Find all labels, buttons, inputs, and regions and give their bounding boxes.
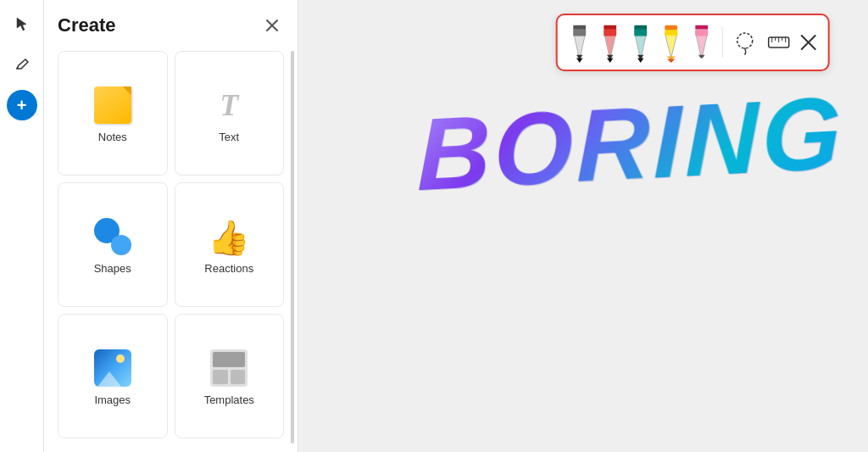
text-label: Text [219,131,239,143]
svg-rect-7 [604,28,616,36]
create-item-reactions[interactable]: 👍 Reactions [175,182,285,307]
canvas-area[interactable]: BORING [298,0,868,452]
reactions-icon: 👍 [208,219,250,256]
templates-cell-2 [213,370,228,385]
pen-button[interactable] [7,49,37,80]
tool-lasso[interactable] [730,27,760,58]
svg-marker-9 [607,58,613,63]
create-panel-close[interactable] [260,14,284,37]
create-item-text[interactable]: T Text [175,51,285,176]
create-item-images[interactable]: Images [58,314,168,438]
templates-icon-container [210,349,248,387]
create-item-notes[interactable]: Notes [58,51,168,176]
svg-marker-15 [665,33,677,59]
svg-rect-12 [634,28,647,36]
templates-cell-3 [231,370,246,385]
svg-marker-4 [576,58,582,63]
boring-canvas-text: BORING [417,74,844,213]
create-panel: Create Notes T Text [44,0,298,452]
svg-marker-24 [698,58,704,63]
tool-highlighter-yellow[interactable] [658,20,685,64]
tool-eraser-pencil[interactable] [688,20,715,64]
svg-rect-2 [573,28,586,36]
images-icon-container [94,349,131,387]
add-button[interactable]: + [7,90,37,120]
svg-rect-17 [665,29,677,35]
notes-icon [94,86,131,124]
svg-point-25 [737,33,753,48]
notes-icon-container [94,86,131,124]
shapes-icon [94,218,131,255]
svg-marker-14 [637,58,643,63]
tool-close[interactable] [798,31,820,53]
notes-label: Notes [98,131,127,143]
tool-ruler[interactable] [764,27,794,58]
create-grid: Notes T Text Shapes 👍 Reactions [58,51,284,438]
shapes-icon-container [94,218,131,255]
tool-pencil-black[interactable] [566,20,593,64]
svg-rect-22 [695,28,708,36]
images-sun [116,354,125,363]
images-label: Images [94,393,131,406]
cursor-button[interactable] [7,8,37,39]
text-icon: T [210,86,248,124]
tool-pencil-blue[interactable] [627,20,654,64]
reactions-label: Reactions [204,262,253,275]
create-panel-title: Create [58,14,115,36]
tool-pencil-red[interactable] [597,20,624,64]
svg-rect-8 [604,25,616,30]
shapes-label: Shapes [94,262,131,275]
create-item-shapes[interactable]: Shapes [58,182,168,307]
reactions-icon-container: 👍 [208,218,250,255]
create-panel-header: Create [58,14,284,37]
svg-rect-13 [634,25,647,30]
svg-rect-3 [573,25,586,30]
svg-rect-18 [665,25,677,31]
left-toolbar: + [0,0,44,452]
create-item-templates[interactable]: Templates [175,314,285,438]
templates-label: Templates [204,393,254,406]
text-icon-container: T [210,86,248,124]
toolbar-divider-1 [722,27,723,58]
svg-marker-19 [667,59,675,63]
drawing-toolbar [556,14,830,71]
templates-cell-1 [213,352,245,367]
templates-icon [210,349,248,387]
shapes-circle-fg [111,235,131,255]
images-icon [94,349,131,387]
images-mountain [97,371,121,387]
svg-rect-23 [695,25,708,30]
